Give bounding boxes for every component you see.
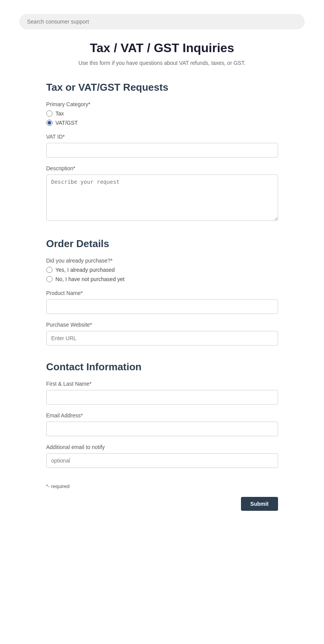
radio-tax-input[interactable] bbox=[46, 110, 53, 117]
name-label: First & Last Name* bbox=[46, 381, 278, 387]
search-input[interactable] bbox=[19, 14, 305, 29]
vat-id-label: VAT ID* bbox=[46, 134, 278, 140]
additional-email-label: Additional email to notify bbox=[46, 444, 278, 450]
purchase-label: Did you already purchase?* bbox=[46, 258, 278, 264]
purchase-group: Did you already purchase?* Yes, I alread… bbox=[46, 258, 278, 282]
purchase-website-label: Purchase Website* bbox=[46, 322, 278, 328]
tax-vat-section: Tax or VAT/GST Requests Primary Category… bbox=[46, 81, 278, 222]
radio-yes-label: Yes, I already purchased bbox=[56, 267, 115, 273]
form-footer: *- required Submit bbox=[46, 483, 278, 511]
vat-id-group: VAT ID* bbox=[46, 134, 278, 158]
page-subtitle: Use this form if you have questions abou… bbox=[46, 60, 278, 66]
radio-yes-option[interactable]: Yes, I already purchased bbox=[46, 267, 278, 273]
email-label: Email Address* bbox=[46, 412, 278, 419]
radio-yes-input[interactable] bbox=[46, 267, 53, 273]
required-note: *- required bbox=[46, 483, 278, 489]
radio-tax-label: Tax bbox=[56, 110, 64, 117]
description-group: Description* bbox=[46, 165, 278, 222]
radio-vatgst-input[interactable] bbox=[46, 120, 53, 126]
additional-email-group: Additional email to notify bbox=[46, 444, 278, 468]
radio-no-option[interactable]: No, I have not purchased yet bbox=[46, 276, 278, 282]
submit-row: Submit bbox=[46, 497, 278, 511]
page-content: Tax / VAT / GST Inquiries Use this form … bbox=[27, 29, 297, 511]
page-title: Tax / VAT / GST Inquiries bbox=[46, 41, 278, 55]
email-input[interactable] bbox=[46, 422, 278, 436]
radio-no-input[interactable] bbox=[46, 276, 53, 282]
product-name-group: Product Name* bbox=[46, 290, 278, 314]
product-name-label: Product Name* bbox=[46, 290, 278, 296]
primary-category-label: Primary Category* bbox=[46, 101, 278, 107]
email-group: Email Address* bbox=[46, 412, 278, 436]
description-label: Description* bbox=[46, 165, 278, 171]
product-name-input[interactable] bbox=[46, 299, 278, 314]
primary-category-group: Primary Category* Tax VAT/GST bbox=[46, 101, 278, 126]
contact-section: Contact Information First & Last Name* E… bbox=[46, 361, 278, 468]
purchase-website-input[interactable] bbox=[46, 331, 278, 346]
tax-section-title: Tax or VAT/GST Requests bbox=[46, 81, 278, 93]
additional-email-input[interactable] bbox=[46, 453, 278, 468]
description-textarea[interactable] bbox=[46, 175, 278, 221]
radio-vatgst-option[interactable]: VAT/GST bbox=[46, 120, 278, 126]
submit-button[interactable]: Submit bbox=[241, 497, 278, 511]
order-details-section: Order Details Did you already purchase?*… bbox=[46, 238, 278, 346]
search-bar-wrapper bbox=[0, 8, 324, 29]
order-section-title: Order Details bbox=[46, 238, 278, 250]
radio-tax-option[interactable]: Tax bbox=[46, 110, 278, 117]
radio-no-label: No, I have not purchased yet bbox=[56, 276, 125, 282]
name-group: First & Last Name* bbox=[46, 381, 278, 405]
vat-id-input[interactable] bbox=[46, 143, 278, 158]
radio-vatgst-label: VAT/GST bbox=[56, 120, 78, 126]
contact-section-title: Contact Information bbox=[46, 361, 278, 373]
purchase-website-group: Purchase Website* bbox=[46, 322, 278, 346]
name-input[interactable] bbox=[46, 390, 278, 405]
